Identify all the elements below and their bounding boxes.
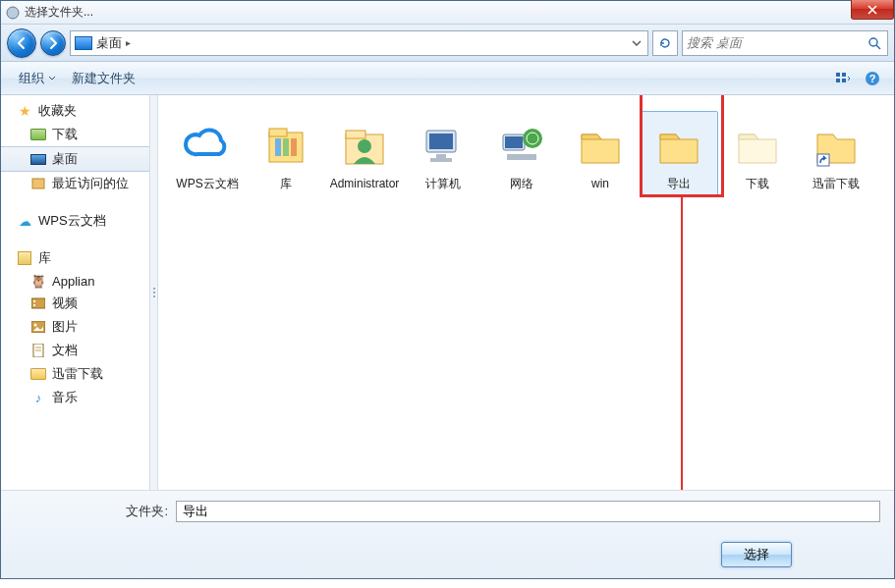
svg-point-25 — [358, 139, 371, 153]
app-icon: 🦉 — [30, 273, 46, 289]
folder-path-row: 文件夹: — [15, 501, 880, 522]
svg-rect-22 — [291, 138, 297, 156]
chevron-down-icon — [48, 75, 56, 82]
item-thumb — [573, 118, 628, 173]
svg-rect-12 — [33, 304, 35, 306]
sidebar-favorites[interactable]: ★ 收藏夹 — [1, 99, 149, 123]
sidebar-favorites-label: 收藏夹 — [38, 102, 77, 120]
sidebar-item-label: WPS云文档 — [38, 212, 106, 230]
item-thumb — [730, 118, 785, 173]
svg-point-14 — [34, 324, 37, 327]
refresh-button[interactable] — [652, 30, 678, 56]
view-options-button[interactable] — [831, 68, 855, 89]
sidebar-item-label: 图片 — [52, 318, 78, 336]
sidebar-wps-cloud[interactable]: ☁ WPS云文档 — [1, 209, 149, 233]
breadcrumb-dropdown-button[interactable] — [628, 33, 645, 53]
folder-label: 文件夹: — [113, 503, 168, 520]
item-thumb — [651, 118, 706, 173]
grid-item[interactable]: WPS云文档 — [168, 111, 247, 197]
folder-picker-window: 选择文件夹... 桌面 ▸ — [0, 0, 895, 579]
item-thumb — [337, 118, 392, 173]
item-label: 迅雷下载 — [812, 177, 860, 190]
search-icon[interactable] — [866, 34, 883, 52]
organize-menu[interactable]: 组织 — [11, 66, 64, 91]
svg-rect-19 — [269, 129, 287, 136]
window-title: 选择文件夹... — [25, 4, 93, 21]
svg-line-2 — [876, 45, 880, 49]
grid-item[interactable]: 导出 — [640, 111, 718, 197]
sidebar-cloud-group: ☁ WPS云文档 — [1, 209, 149, 233]
nav-back-button[interactable] — [7, 28, 36, 58]
folder-path-input[interactable] — [176, 501, 880, 522]
document-icon — [30, 343, 46, 358]
sidebar-item-recent[interactable]: 最近访问的位 — [1, 172, 149, 195]
sidebar-item-label: 库 — [38, 249, 51, 267]
download-icon — [30, 127, 46, 142]
sidebar-item-label: 最近访问的位 — [52, 175, 129, 192]
svg-rect-28 — [436, 154, 446, 158]
sidebar-item-label: 视频 — [52, 294, 78, 312]
grid-item[interactable]: 计算机 — [404, 111, 482, 197]
organize-label: 组织 — [19, 70, 44, 87]
search-box[interactable] — [682, 30, 888, 56]
grid-item[interactable]: Administrator — [325, 111, 404, 197]
desktop-icon — [30, 151, 46, 167]
item-label: 库 — [280, 177, 292, 190]
sidebar-item-desktop[interactable]: 桌面 — [1, 146, 149, 172]
item-label: WPS云文档 — [176, 177, 238, 190]
navigation-bar: 桌面 ▸ — [1, 25, 894, 62]
sidebar-libraries[interactable]: 库 — [1, 246, 149, 270]
search-input[interactable] — [687, 35, 866, 50]
sidebar-item-videos[interactable]: 视频 — [1, 292, 149, 315]
sidebar-item-documents[interactable]: 文档 — [1, 339, 149, 362]
svg-text:?: ? — [869, 73, 876, 84]
nav-forward-button[interactable] — [40, 30, 66, 56]
grid-item[interactable]: 库 — [247, 111, 325, 197]
sidebar-item-label: 音乐 — [52, 389, 78, 406]
svg-point-0 — [7, 7, 19, 19]
grid-item[interactable]: 网络 — [482, 111, 561, 197]
sidebar: ★ 收藏夹 下载 桌面 最近访问的位 ☁ — [1, 95, 150, 490]
sidebar-item-label: 文档 — [52, 342, 78, 359]
svg-rect-10 — [31, 298, 45, 308]
picture-icon — [30, 319, 46, 335]
breadcrumb[interactable]: 桌面 ▸ — [70, 30, 648, 56]
item-grid: WPS云文档库Administrator计算机网络win导出下载迅雷下载 — [168, 111, 884, 197]
close-button[interactable] — [851, 0, 894, 20]
svg-rect-3 — [836, 73, 840, 77]
grid-item[interactable]: 迅雷下载 — [797, 111, 875, 197]
sidebar-item-pictures[interactable]: 图片 — [1, 315, 149, 339]
sidebar-item-downloads[interactable]: 下载 — [1, 123, 149, 146]
svg-rect-27 — [429, 134, 453, 149]
sidebar-item-applian[interactable]: 🦉 Applian — [1, 270, 149, 292]
help-button[interactable]: ? — [861, 68, 884, 89]
breadcrumb-location[interactable]: 桌面 — [96, 34, 122, 52]
sidebar-item-music[interactable]: ♪ 音乐 — [1, 386, 149, 409]
svg-rect-4 — [842, 73, 846, 77]
content-area[interactable]: WPS云文档库Administrator计算机网络win导出下载迅雷下载 — [158, 95, 894, 490]
grid-item[interactable]: 下载 — [718, 111, 797, 197]
breadcrumb-chevron-icon[interactable]: ▸ — [126, 37, 131, 48]
item-thumb — [494, 118, 549, 173]
item-thumb — [180, 118, 235, 173]
svg-rect-20 — [275, 138, 281, 156]
svg-rect-11 — [33, 300, 35, 302]
splitter[interactable] — [150, 95, 158, 490]
desktop-icon — [75, 36, 92, 50]
grid-item[interactable]: win — [561, 111, 640, 197]
new-folder-button[interactable]: 新建文件夹 — [64, 66, 143, 91]
item-label: 网络 — [510, 177, 533, 190]
button-row: 选择 — [15, 542, 880, 567]
svg-rect-6 — [842, 79, 846, 82]
body: ★ 收藏夹 下载 桌面 最近访问的位 ☁ — [1, 95, 894, 490]
svg-point-32 — [523, 129, 542, 148]
item-label: Administrator — [330, 177, 400, 190]
sidebar-item-xunlei[interactable]: 迅雷下载 — [1, 362, 149, 386]
svg-rect-13 — [31, 321, 45, 333]
cloud-icon: ☁ — [17, 213, 32, 229]
xunlei-icon — [30, 366, 46, 382]
library-icon — [17, 250, 32, 266]
select-button[interactable]: 选择 — [721, 542, 792, 567]
item-label: 下载 — [746, 177, 769, 190]
item-thumb — [416, 118, 471, 173]
